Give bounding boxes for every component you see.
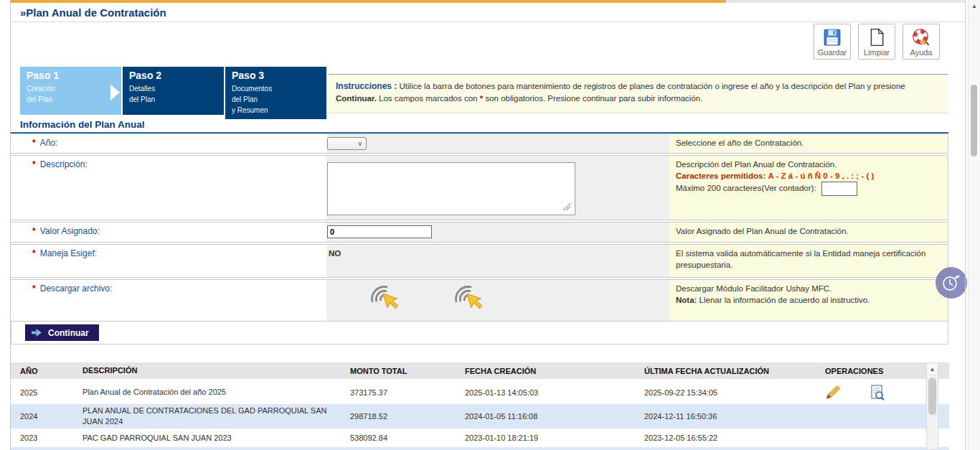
scroll-up-arrow-icon[interactable]: ▲ [969,0,980,11]
instructions-text: Utilice la barra de botones para manteni… [400,82,905,90]
step-3-line: y Resumen [232,105,326,116]
step-1-line: del Plan [27,94,121,105]
descripcion-input-cell [326,156,669,220]
instructions-text: son obligatorios. Presione continuar par… [485,94,702,103]
floating-clock-widget[interactable] [936,267,967,299]
step-2-line: del Plan [129,94,224,105]
step-1-title: Paso 1 [27,70,121,81]
valor-help-text: Valor Asignado del Plan Anual de Contrat… [676,227,849,235]
table-row: 2024 PLAN ANUAL DE CONTRATACIONES DEL GA… [11,404,949,428]
cell-monto: 538092.84 [350,433,465,442]
anio-input-cell: ∨ [326,134,669,153]
textarea-resize-grip[interactable] [563,203,570,210]
plan-form: *Año: ∨ Seleccione el año de Contratació… [11,133,948,332]
valor-label: Valor Asignado: [40,226,100,236]
table-row: 2022 PAC GAD PARROQUIAL SAN JUAN 2022 27… [11,447,949,450]
instructions-box: Instrucciones : Utilice la barra de boto… [329,74,948,113]
edit-pencil-icon[interactable] [825,385,841,400]
cell-desc: PLAN ANUAL DE CONTRATACIONES DEL GAD PAR… [83,406,350,427]
descargar-help-text: Descargar Módulo Facilitador Ushay MFC. [676,283,941,294]
required-asterisk: * [32,159,36,169]
table-header-row: AÑO DESCRIPCIÓN MONTO TOTAL FECHA CREACI… [11,362,949,379]
chars-permitted-value: A - Z á - ú ñ Ñ 0 - 9 , . : ; - ( ) [768,172,874,180]
arrow-right-icon [32,328,42,337]
step-3-title: Paso 3 [232,70,326,81]
required-asterisk: * [32,283,36,294]
toolbar: Guardar Limpiar Ayuda [814,24,940,60]
required-asterisk: * [32,248,36,258]
esigef-value: NO [329,249,669,258]
cell-updated: 2025-09-22 15:34:05 [644,388,824,397]
cell-desc: Plan Anual de Contratación del año 2025 [83,387,350,398]
char-counter-input[interactable] [821,182,857,196]
chevron-down-icon: ∨ [357,140,362,147]
cell-created: 2023-01-10 18:21:19 [465,433,644,442]
valor-asignado-input[interactable] [327,225,432,238]
table-row: 2023 PAC GAD PARROQUIAL SAN JUAN 2023 53… [11,428,949,447]
scroll-up-arrow-icon[interactable]: ▲ [927,363,938,375]
descripcion-textarea[interactable] [327,162,575,215]
chars-permitted-label: Caracteres permitidos: [676,172,765,180]
esigef-label: Maneja Esigef: [40,248,97,258]
descripcion-help-text: Descripción del Plan Anual de Contrataci… [676,159,941,170]
step-3-line: del Plan [232,94,326,105]
cell-monto: 373175.37 [350,388,465,397]
lifebuoy-help-icon [911,27,931,48]
cell-year: 2025 [11,388,83,397]
content-left-border [10,0,11,450]
table-scrollbar-thumb[interactable] [928,378,936,415]
view-document-icon[interactable] [870,385,885,400]
guardar-label: Guardar [818,48,847,57]
valor-label-cell: *Valor Asignado: [11,222,326,242]
step-1-tab[interactable]: Paso 1 Creación del Plan [20,67,121,115]
continuar-label: Continuar [48,328,89,338]
step-arrow-icon [110,84,120,100]
esigef-value-cell: NO [326,245,669,277]
nota-text: Llenar la información de acuerdo al inst… [699,296,870,304]
cell-year: 2023 [11,433,83,442]
step-3-tab[interactable]: Paso 3 Documentos del Plan y Resumen [225,67,326,119]
col-header-fecha-creacion: FECHA CREACIÓN [465,367,644,375]
cell-updated: 2024-12-11 16:50:36 [644,412,824,421]
browser-scrollbar[interactable]: ▲ [968,0,980,450]
ayuda-label: Ayuda [910,48,933,57]
browser-scrollbar-thumb[interactable] [971,85,977,156]
anio-label-cell: *Año: [11,134,326,153]
step-2-tab[interactable]: Paso 2 Detalles del Plan [123,67,224,115]
content-right-border [965,0,966,450]
plans-table: AÑO DESCRIPCIÓN MONTO TOTAL FECHA CREACI… [11,362,949,450]
limpiar-button[interactable]: Limpiar [858,24,895,60]
blank-page-icon [867,27,886,48]
col-header-monto: MONTO TOTAL [350,367,465,375]
max-chars-label: Máximo 200 caracteres(Ver contador): [676,184,816,192]
cell-monto: 298718.52 [350,412,465,421]
title-divider [11,22,965,22]
nota-label: Nota: [676,296,697,304]
section-header: Información del Plan Anual [11,118,948,133]
step-2-title: Paso 2 [129,70,224,81]
table-scrollbar[interactable]: ▲ [926,362,938,450]
cell-updated: 2023-12-05 16:55:22 [644,433,824,442]
esigef-label-cell: *Maneja Esigef: [11,245,326,277]
col-header-descripcion: DESCRIPCIÓN [83,365,350,376]
anio-help-cell: Seleccione el año de Contratación. [669,134,948,153]
form-row-esigef: *Maneja Esigef: NO El sistema valida aut… [11,244,948,278]
limpiar-label: Limpiar [864,48,890,57]
cell-desc: PAC GAD PARROQUIAL SAN JUAN 2023 [83,433,350,444]
descripcion-label: Descripción: [40,159,88,169]
descargar-label: Descargar archivo: [40,283,113,294]
valor-input-cell [326,222,669,242]
form-row-valor: *Valor Asignado: Valor Asignado del Plan… [11,222,948,243]
instructions-bold: Continuar. [336,94,377,103]
anio-select[interactable]: ∨ [327,137,367,150]
floppy-disk-icon [823,27,842,48]
top-accent-bar-extension [726,0,965,3]
guardar-button[interactable]: Guardar [814,24,851,60]
application-window: { "window": { "title": "»Plan Anual de C… [0,0,980,450]
ayuda-button[interactable]: Ayuda [903,24,940,60]
continuar-button[interactable]: Continuar [25,324,99,341]
step-2-line: Detalles [129,83,224,94]
valor-help-cell: Valor Asignado del Plan Anual de Contrat… [669,222,948,242]
step-3-line: Documentos [232,83,326,94]
esigef-help-text: El sistema valida automáticamente si la … [676,249,925,269]
